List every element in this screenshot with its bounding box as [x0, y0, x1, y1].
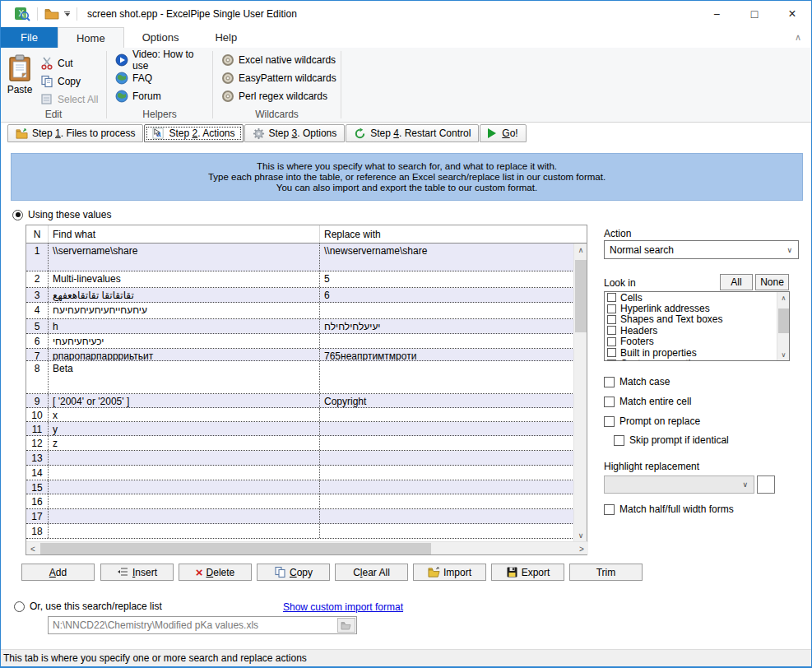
action-dropdown[interactable]: Normal search ∨ — [604, 240, 799, 259]
table-vertical-scrollbar[interactable]: ∧ ∨ — [573, 244, 587, 542]
checkbox-icon[interactable] — [607, 348, 616, 357]
minimize-button[interactable]: − — [698, 1, 735, 27]
replace-with-cell[interactable] — [320, 436, 574, 450]
find-what-cell[interactable]: יכעיחעיחעחי — [49, 334, 320, 348]
replace-with-cell[interactable]: יעיעלחילחילח — [320, 319, 574, 333]
none-button[interactable]: None — [755, 274, 789, 290]
replace-with-cell[interactable]: 5 — [320, 271, 574, 287]
import-button[interactable]: Import — [413, 564, 486, 581]
perl-regex-wildcards-button[interactable]: Perl regex wildcards — [220, 87, 341, 105]
delete-button[interactable]: × Delete — [179, 564, 252, 581]
use-search-replace-list-radio[interactable]: Or, use this search/replace list — [14, 601, 162, 612]
find-what-cell[interactable]: y — [49, 422, 320, 435]
replace-with-cell[interactable] — [320, 422, 574, 435]
scroll-right-icon[interactable]: > — [575, 542, 588, 555]
find-what-cell[interactable] — [49, 466, 320, 480]
replace-with-cell[interactable] — [320, 480, 574, 494]
replace-with-cell[interactable] — [320, 524, 574, 538]
replace-with-cell[interactable]: Copyright 2006 and onwards — [320, 394, 574, 407]
match-width-checkbox[interactable]: Match half/full width forms — [604, 503, 734, 515]
maximize-button[interactable]: □ — [735, 1, 773, 27]
replace-with-cell[interactable] — [320, 451, 574, 465]
checkbox-icon[interactable] — [607, 315, 616, 324]
table-horizontal-scrollbar[interactable]: < > — [26, 541, 588, 554]
using-these-values-radio[interactable]: Using these values — [12, 209, 111, 220]
replace-with-cell[interactable] — [320, 303, 574, 318]
step-tab-actions[interactable]: a Step 2. Actions — [144, 124, 243, 142]
scroll-up-icon[interactable]: ∧ — [574, 244, 587, 257]
tab-help[interactable]: Help — [197, 27, 255, 48]
match-case-checkbox[interactable]: Match case — [604, 376, 670, 387]
close-button[interactable]: × — [773, 1, 811, 27]
highlight-color-box[interactable] — [757, 475, 775, 494]
easypattern-wildcards-button[interactable]: EasyPattern wildcards — [220, 69, 341, 87]
look-in-item[interactable]: Footers — [605, 336, 789, 347]
find-what-cell[interactable]: Beta — [49, 361, 320, 393]
look-in-item[interactable]: Headers — [605, 325, 789, 336]
find-what-cell[interactable]: עיחעחייחעיחעיחעחיעח — [49, 303, 320, 318]
prompt-on-replace-checkbox[interactable]: Prompt on replace — [604, 415, 700, 427]
replace-with-cell[interactable]: \\newservername\share — [320, 244, 574, 271]
list-path-value[interactable]: N:\NNCD22\Chemistry\Modified pKa values.… — [49, 619, 337, 631]
browse-button[interactable] — [337, 618, 355, 633]
match-entire-cell-checkbox[interactable]: Match entire cell — [604, 396, 691, 407]
cut-button[interactable]: Cut — [39, 54, 98, 72]
checkbox-icon[interactable] — [607, 326, 616, 335]
scroll-down-icon[interactable]: ∨ — [574, 529, 587, 542]
look-in-item[interactable]: Cells — [605, 292, 789, 303]
all-button[interactable]: All — [720, 274, 753, 290]
replace-with-cell[interactable] — [320, 509, 574, 523]
find-what-cell[interactable]: \\servername\share — [49, 244, 320, 271]
find-what-cell[interactable]: تقاتقاتقا تقاتقاهعفهع — [49, 288, 320, 302]
skip-prompt-checkbox[interactable]: Skip prompt if identical — [614, 434, 729, 446]
find-what-cell[interactable] — [49, 480, 320, 494]
copy-button[interactable]: Copy — [39, 72, 98, 90]
checkbox-icon[interactable] — [607, 304, 616, 313]
step-tab-go[interactable]: Go! — [480, 124, 526, 142]
scroll-down-icon[interactable]: ∨ — [777, 349, 790, 360]
look-in-item[interactable]: Built in properties — [605, 347, 789, 358]
trim-button[interactable]: Trim — [569, 564, 643, 581]
checkbox-icon[interactable] — [607, 337, 616, 346]
replace-with-cell[interactable]: 765неапртимтмроти — [320, 349, 574, 360]
faq-button[interactable]: FAQ — [114, 69, 212, 87]
find-what-cell[interactable]: h — [49, 319, 320, 333]
find-what-cell[interactable] — [49, 524, 320, 538]
replace-with-cell[interactable]: 6 — [320, 288, 574, 302]
horizontal-scroll-thumb[interactable] — [40, 543, 431, 554]
excel-native-wildcards-button[interactable]: Excel native wildcards — [220, 51, 341, 69]
replace-with-cell[interactable] — [320, 408, 574, 421]
replace-with-cell[interactable] — [320, 361, 574, 393]
scroll-left-icon[interactable]: < — [26, 542, 39, 555]
insert-button[interactable]: Insert — [100, 564, 174, 581]
show-custom-import-format-link[interactable]: Show custom import format — [283, 601, 403, 613]
video-how-to-use-button[interactable]: Video: How to use — [114, 51, 212, 69]
forum-button[interactable]: Forum — [114, 87, 212, 105]
checkbox-icon[interactable] — [607, 293, 616, 302]
find-what-cell[interactable]: рпаропарпаррриьтьит — [49, 349, 320, 360]
look-in-item[interactable]: Hyperlink addresses — [605, 303, 789, 313]
scroll-up-icon[interactable]: ∧ — [777, 292, 790, 304]
add-button[interactable]: Add — [21, 564, 95, 581]
look-in-scrollbar[interactable]: ∧ ∨ — [777, 292, 789, 360]
export-button[interactable]: Export — [491, 564, 564, 581]
look-in-item[interactable]: Custom properties — [605, 358, 789, 361]
find-what-cell[interactable]: Multi-linevalues — [49, 271, 320, 287]
step-tab-files-to-process[interactable]: Step 1. Files to process — [7, 124, 143, 142]
step-tab-restart-control[interactable]: Step 4. Restart Control — [346, 124, 479, 142]
find-what-cell[interactable] — [49, 509, 320, 523]
find-what-cell[interactable]: z — [49, 436, 320, 450]
find-what-cell[interactable] — [49, 494, 320, 508]
look-in-item[interactable]: Shapes and Text boxes — [605, 314, 789, 325]
ribbon-collapse-chevron-icon[interactable]: ∧ — [795, 32, 801, 43]
checkbox-icon[interactable] — [607, 360, 616, 361]
tab-file[interactable]: File — [1, 27, 58, 48]
find-what-cell[interactable]: x — [49, 408, 320, 421]
replace-with-cell[interactable] — [320, 334, 574, 348]
toolbar-customize-dropdown[interactable] — [64, 12, 70, 16]
find-what-cell[interactable] — [49, 451, 320, 465]
replace-with-cell[interactable] — [320, 466, 574, 480]
look-in-scroll-thumb[interactable] — [778, 308, 789, 333]
find-what-cell[interactable]: [ '2004' or '2005' ] — [49, 394, 320, 407]
vertical-scroll-thumb[interactable] — [575, 260, 587, 332]
